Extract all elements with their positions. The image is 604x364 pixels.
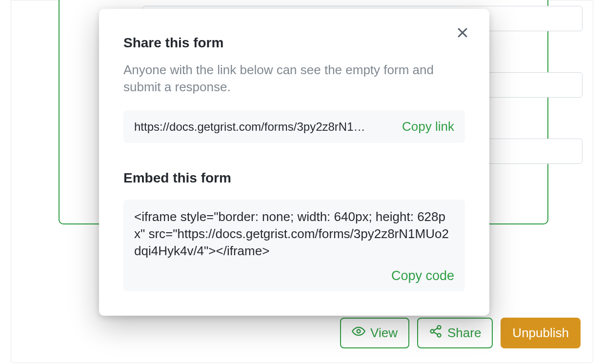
svg-line-5	[434, 332, 438, 335]
view-button[interactable]: View	[340, 318, 409, 348]
share-description: Anyone with the link below can see the e…	[123, 61, 465, 96]
share-title: Share this form	[123, 35, 465, 51]
embed-title: Embed this form	[123, 170, 465, 186]
share-icon	[429, 324, 443, 342]
svg-point-3	[437, 334, 441, 337]
eye-icon	[352, 324, 365, 342]
close-icon	[455, 33, 470, 41]
share-url-box: https://docs.getgrist.com/forms/3py2z8rN…	[123, 110, 465, 143]
view-button-label: View	[370, 325, 398, 341]
svg-point-0	[357, 330, 361, 333]
embed-code-box: <iframe style="border: none; width: 640p…	[123, 200, 465, 291]
share-button[interactable]: Share	[417, 318, 493, 348]
share-button-label: Share	[447, 325, 481, 341]
share-url-text[interactable]: https://docs.getgrist.com/forms/3py2z8rN…	[134, 120, 394, 134]
copy-link-button[interactable]: Copy link	[402, 119, 454, 134]
share-form-modal: Share this form Anyone with the link bel…	[99, 9, 489, 316]
form-action-bar: View Share Unpublish	[340, 318, 581, 348]
svg-point-1	[437, 325, 441, 329]
unpublish-button[interactable]: Unpublish	[501, 318, 581, 348]
svg-point-2	[430, 330, 434, 333]
unpublish-button-label: Unpublish	[512, 325, 569, 341]
embed-code-text[interactable]: <iframe style="border: none; width: 640p…	[134, 208, 454, 260]
close-button[interactable]	[455, 25, 473, 43]
svg-line-4	[434, 328, 438, 331]
copy-code-button[interactable]: Copy code	[391, 268, 454, 283]
